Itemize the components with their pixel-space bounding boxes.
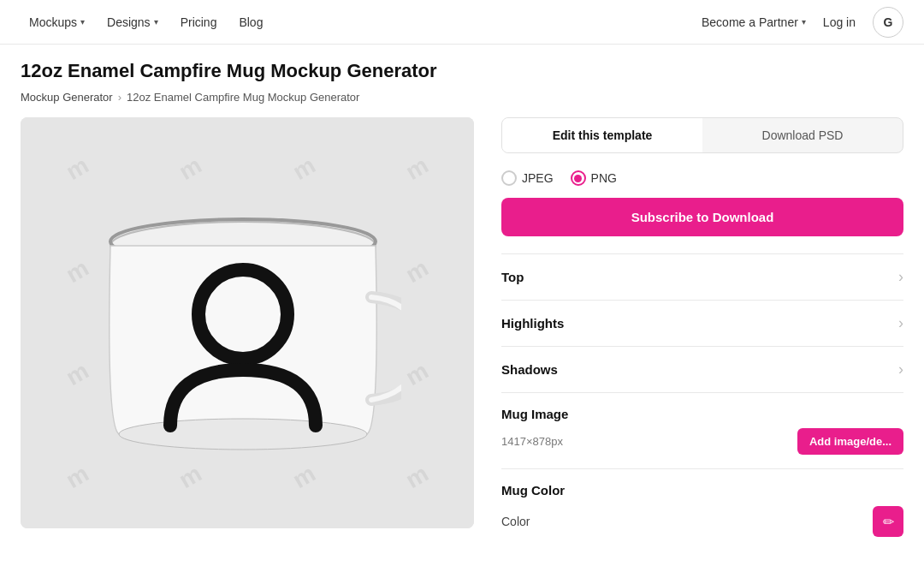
png-label: PNG (591, 171, 617, 185)
nav-left: Mockups ▾ Designs ▾ Pricing Blog (21, 10, 702, 34)
section-top-chevron: › (898, 268, 903, 286)
format-row: JPEG PNG (501, 170, 903, 186)
mug-image-dimensions: 1417×878px (501, 435, 563, 448)
add-image-button[interactable]: Add image/de... (797, 428, 903, 455)
become-partner-chevron: ▾ (802, 17, 806, 27)
navbar: Mockups ▾ Designs ▾ Pricing Blog Become … (0, 0, 924, 45)
nav-designs[interactable]: Designs ▾ (98, 10, 167, 34)
pencil-icon: ✏ (883, 514, 894, 530)
section-top-label: Top (501, 270, 524, 284)
png-radio[interactable]: PNG (571, 170, 617, 186)
mug-image-section: Mug Image 1417×878px Add image/de... (501, 392, 903, 468)
mug-color-header: Mug Color (501, 483, 903, 498)
section-highlights-chevron: › (898, 314, 903, 332)
tab-edit-label: Edit this template (553, 128, 653, 142)
watermark-1: m (61, 152, 93, 186)
page-title: 12oz Enamel Campfire Mug Mockup Generato… (21, 60, 903, 82)
section-shadows-label: Shadows (501, 362, 558, 377)
nav-designs-label: Designs (107, 15, 151, 29)
page-header: 12oz Enamel Campfire Mug Mockup Generato… (0, 45, 924, 87)
login-label: Log in (823, 15, 856, 29)
go-button-label: G (884, 15, 893, 29)
subscribe-btn-label: Subscribe to Download (631, 210, 774, 224)
section-highlights[interactable]: Highlights › (501, 300, 903, 346)
color-swatch-button[interactable]: ✏ (873, 506, 903, 537)
watermark-12: m (401, 357, 434, 391)
section-top[interactable]: Top › (501, 253, 903, 300)
watermark-9: m (61, 357, 93, 391)
jpeg-label: JPEG (522, 171, 554, 185)
jpeg-radio[interactable]: JPEG (501, 170, 554, 186)
nav-designs-chevron: ▾ (154, 17, 158, 27)
become-partner-label: Become a Partner (702, 15, 798, 29)
section-shadows[interactable]: Shadows › (501, 346, 903, 392)
tab-edit-template[interactable]: Edit this template (502, 118, 702, 152)
breadcrumb-current: 12oz Enamel Campfire Mug Mockup Generato… (127, 91, 359, 104)
png-radio-circle (571, 170, 586, 186)
right-panel: Edit this template Download PSD JPEG PNG… (501, 117, 903, 551)
section-highlights-label: Highlights (501, 316, 564, 331)
watermark-16: m (401, 460, 434, 494)
jpeg-radio-circle (501, 170, 517, 186)
mug-color-label: Color (501, 515, 530, 528)
preview-area: m m m m m m m m m m m m m m m m (21, 117, 474, 551)
become-partner-button[interactable]: Become a Partner ▾ (702, 15, 806, 29)
watermark-13: m (61, 460, 93, 494)
svg-point-2 (119, 419, 367, 450)
nav-pricing[interactable]: Pricing (172, 10, 226, 34)
mug-color-section: Mug Color Color ✏ (501, 468, 903, 551)
nav-mockups-label: Mockups (29, 15, 77, 29)
nav-mockups[interactable]: Mockups ▾ (21, 10, 93, 34)
breadcrumb-separator: › (118, 91, 121, 104)
png-radio-dot (574, 175, 582, 182)
preview-bg: m m m m m m m m m m m m m m m m (21, 117, 474, 528)
template-tabs: Edit this template Download PSD (501, 117, 903, 153)
tab-download-psd[interactable]: Download PSD (702, 118, 903, 152)
tab-download-label: Download PSD (762, 128, 844, 142)
main-layout: m m m m m m m m m m m m m m m m (0, 117, 924, 578)
go-button[interactable]: G (873, 7, 903, 38)
subscribe-to-download-button[interactable]: Subscribe to Download (501, 198, 903, 236)
nav-pricing-label: Pricing (181, 15, 217, 29)
add-image-label: Add image/de... (809, 435, 891, 448)
watermark-8: m (401, 254, 434, 289)
nav-blog-label: Blog (239, 15, 263, 29)
breadcrumb-home[interactable]: Mockup Generator (21, 91, 113, 104)
preview-image-box: m m m m m m m m m m m m m m m m (21, 117, 474, 528)
nav-blog[interactable]: Blog (230, 10, 271, 34)
watermark-5: m (61, 254, 93, 289)
login-button[interactable]: Log in (814, 10, 864, 34)
mug-illustration (93, 177, 401, 468)
watermark-4: m (401, 152, 434, 186)
mug-image-header: Mug Image (501, 407, 903, 421)
mug-color-row: Color ✏ (501, 506, 903, 537)
mug-image-subrow: 1417×878px Add image/de... (501, 428, 903, 455)
nav-right: Become a Partner ▾ Log in G (702, 7, 903, 38)
section-shadows-chevron: › (898, 361, 903, 378)
nav-mockups-chevron: ▾ (80, 17, 85, 27)
breadcrumb: Mockup Generator › 12oz Enamel Campfire … (0, 87, 924, 117)
